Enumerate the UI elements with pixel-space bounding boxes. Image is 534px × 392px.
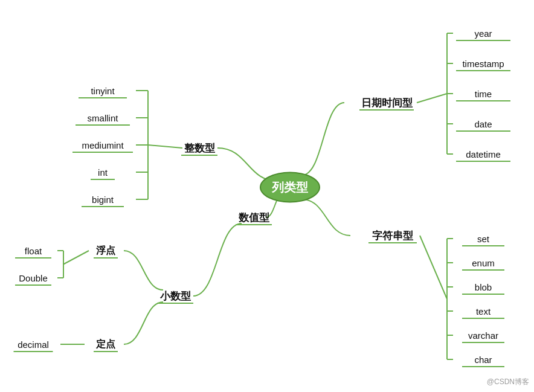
node-label: timestamp [462,59,504,69]
node-label: datetime [466,149,501,159]
svg-line-52 [420,236,447,299]
node-label: 浮点 [96,245,115,257]
node-label: year [474,28,492,39]
svg-line-12 [148,145,182,148]
node-label: enum [472,258,495,268]
node-label: char [474,355,492,365]
svg-line-21 [63,251,89,265]
node-label: 定点 [96,338,115,351]
svg-line-37 [417,94,447,103]
node-label: blob [475,282,492,292]
node-label: float [25,246,42,256]
node-label: bigint [92,194,114,205]
node-label: date [474,119,492,129]
node-label: 字符串型 [372,229,413,243]
node-label: 日期时间型 [361,96,413,110]
node-label: 小数型 [160,289,191,303]
node-label: varchar [468,330,498,341]
node-label: text [476,306,491,316]
node-label: tinyint [91,86,114,96]
watermark: @CSDN博客 [487,377,529,387]
node-label: 整数型 [184,141,215,155]
node-label: 数值型 [239,211,269,225]
center-node: 列类型 [260,172,320,203]
node-label: Double [19,273,48,283]
node-label: smallint [88,113,118,123]
node-label: decimal [18,339,49,350]
node-label: mediumint [82,140,123,150]
node-label: int [98,167,108,178]
node-label: set [477,234,489,244]
node-label: time [475,89,492,99]
